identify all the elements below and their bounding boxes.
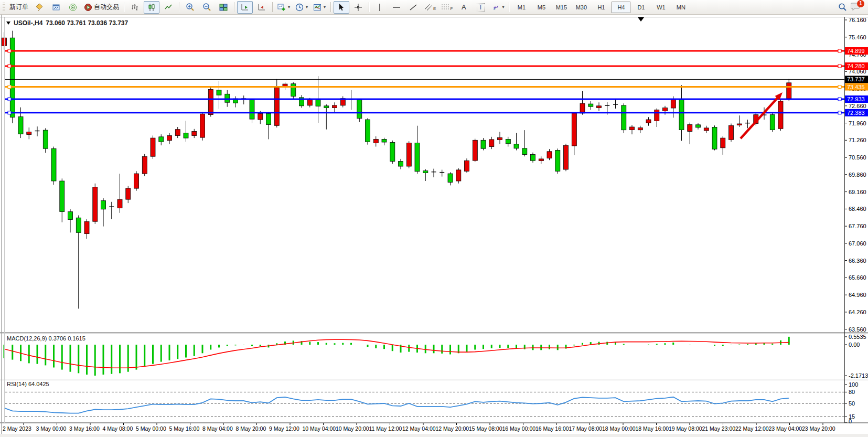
svg-text:69.860: 69.860 [849, 172, 866, 178]
timeframe-button-M1[interactable]: M1 [512, 2, 531, 13]
toolbar-separator [179, 2, 179, 12]
svg-text:63.560: 63.560 [849, 326, 866, 333]
chart-background [0, 14, 868, 437]
svg-text:75.460: 75.460 [849, 34, 866, 40]
svg-text:2 May 2023: 2 May 2023 [3, 425, 31, 432]
ohlc-values-label: 73.060 73.761 73.036 73.737 [46, 19, 128, 27]
timeframe-button-MN[interactable]: MN [671, 2, 690, 13]
svg-text:8 May 20:00: 8 May 20:00 [236, 425, 266, 432]
toolbar-separator [234, 2, 234, 12]
timeframe-button-M15[interactable]: M15 [552, 2, 571, 13]
svg-text:16 May 16:00: 16 May 16:00 [535, 425, 569, 432]
chart-shift-button[interactable] [254, 1, 270, 14]
svg-text:17 May 08:00: 17 May 08:00 [569, 425, 603, 432]
timeframe-button-M30[interactable]: M30 [572, 2, 591, 13]
svg-text:71.960: 71.960 [849, 120, 866, 126]
tile-windows-icon [219, 3, 228, 12]
zoom-in-icon [186, 3, 195, 12]
svg-text:3 May 00:00: 3 May 00:00 [36, 425, 67, 432]
svg-text:0.5535: 0.5535 [849, 334, 866, 340]
timeframe-button-H4[interactable]: H4 [612, 2, 630, 13]
label-tool-button[interactable]: T [473, 1, 488, 14]
zoom-out-button[interactable] [199, 1, 215, 14]
svg-text:10 May 20:00: 10 May 20:00 [336, 425, 369, 432]
dropdown-caret-icon: ▾ [324, 5, 326, 9]
svg-text:0.00: 0.00 [849, 342, 860, 348]
svg-text:67.060: 67.060 [849, 240, 866, 247]
signal-icon [69, 3, 77, 12]
tile-windows-button[interactable] [216, 1, 231, 14]
rsi-indicator-label: RSI(14) 64.0425 [7, 381, 49, 387]
cursor-tool-button[interactable] [334, 1, 349, 14]
kite-icon[interactable] [31, 1, 47, 14]
svg-text:8 May 04:00: 8 May 04:00 [202, 425, 233, 432]
periodicity-button[interactable]: ▾ [293, 1, 310, 14]
market-watch-window-icon[interactable] [48, 1, 64, 14]
candlestick-mode-button[interactable] [144, 1, 159, 14]
timeframe-button-H1[interactable]: H1 [592, 2, 610, 13]
svg-text:-2.1713: -2.1713 [849, 372, 868, 379]
channel-tool-button[interactable]: E [422, 1, 438, 14]
main-toolbar: 新订单 自动交易 ▾ ▾ [0, 0, 868, 15]
svg-text:23 May 20:00: 23 May 20:00 [802, 425, 835, 432]
horizontal-line-icon [392, 4, 401, 11]
svg-text:66.360: 66.360 [849, 258, 866, 264]
text-tool-button[interactable]: A [456, 1, 471, 14]
svg-text:67.760: 67.760 [849, 223, 866, 229]
svg-text:18 May 16:00: 18 May 16:00 [636, 425, 669, 432]
svg-text:21 May 23:00: 21 May 23:00 [702, 425, 736, 432]
price-badge-74.899: 74.899 [845, 47, 868, 55]
chart-menu-collapse-icon[interactable] [6, 22, 10, 25]
notifications-button[interactable]: 1 [851, 2, 861, 13]
toolbar-separator [272, 2, 273, 12]
svg-text:3 May 16:00: 3 May 16:00 [69, 425, 100, 432]
new-order-button[interactable]: 新订单 [7, 1, 30, 14]
price-badge-72.383: 72.383 [845, 109, 868, 116]
auto-scroll-button[interactable] [237, 1, 253, 14]
arrows-tool-button[interactable]: ▾ [489, 1, 506, 14]
vline-tool-button[interactable] [372, 1, 388, 14]
svg-text:5 May 16:00: 5 May 16:00 [169, 425, 200, 432]
clock-icon [295, 3, 304, 12]
svg-text:72.383: 72.383 [847, 110, 865, 116]
dropdown-caret-icon: ▾ [288, 5, 290, 9]
hline-tool-button[interactable] [389, 1, 404, 14]
timeframe-button-M5[interactable]: M5 [532, 2, 551, 13]
svg-text:70.560: 70.560 [849, 154, 866, 161]
bar-chart-mode-button[interactable] [127, 1, 143, 14]
line-chart-mode-button[interactable] [160, 1, 176, 14]
chart-canvas[interactable]: 76.16075.46074.76074.06073.36072.66071.9… [0, 0, 868, 437]
signal-icon[interactable] [65, 1, 81, 14]
timeframe-button-W1[interactable]: W1 [651, 2, 670, 13]
svg-text:50: 50 [849, 400, 855, 407]
chart-shift-icon [258, 3, 266, 12]
svg-text:16 May 00:00: 16 May 00:00 [502, 425, 536, 432]
dropdown-caret-icon: ▾ [502, 5, 504, 9]
add-indicator-button[interactable]: ▾ [275, 1, 292, 14]
crosshair-tool-button[interactable] [350, 1, 366, 14]
macd-indicator-label: MACD(12,26,9) 0.3706 0.1615 [7, 335, 85, 342]
svg-text:4 May 08:00: 4 May 08:00 [103, 425, 133, 432]
arrows-icon [491, 3, 500, 12]
svg-text:0: 0 [849, 418, 852, 424]
svg-text:69.160: 69.160 [849, 189, 866, 195]
toolbar-separator [124, 2, 124, 12]
symbol-period-label: USOil-,H4 [14, 19, 42, 27]
svg-text:65.660: 65.660 [849, 274, 866, 281]
search-button[interactable] [834, 1, 850, 14]
zoom-in-button[interactable] [182, 1, 198, 14]
fibonacci-tool-button[interactable]: F [439, 1, 455, 14]
line-chart-icon [164, 3, 173, 12]
templates-button[interactable]: ▾ [311, 1, 328, 14]
fibonacci-icon [441, 3, 449, 12]
timeframe-button-D1[interactable]: D1 [631, 2, 650, 13]
svg-text:73.737: 73.737 [847, 76, 865, 82]
template-chart-icon [313, 3, 322, 12]
trendline-tool-button[interactable] [405, 1, 421, 14]
svg-text:72.933: 72.933 [847, 96, 865, 102]
svg-text:64.960: 64.960 [849, 292, 866, 298]
price-badge-73.435: 73.435 [845, 83, 868, 91]
svg-text:72.660: 72.660 [849, 103, 866, 109]
auto-trading-button[interactable]: 自动交易 [82, 1, 121, 14]
price-badge-72.933: 72.933 [845, 95, 868, 103]
